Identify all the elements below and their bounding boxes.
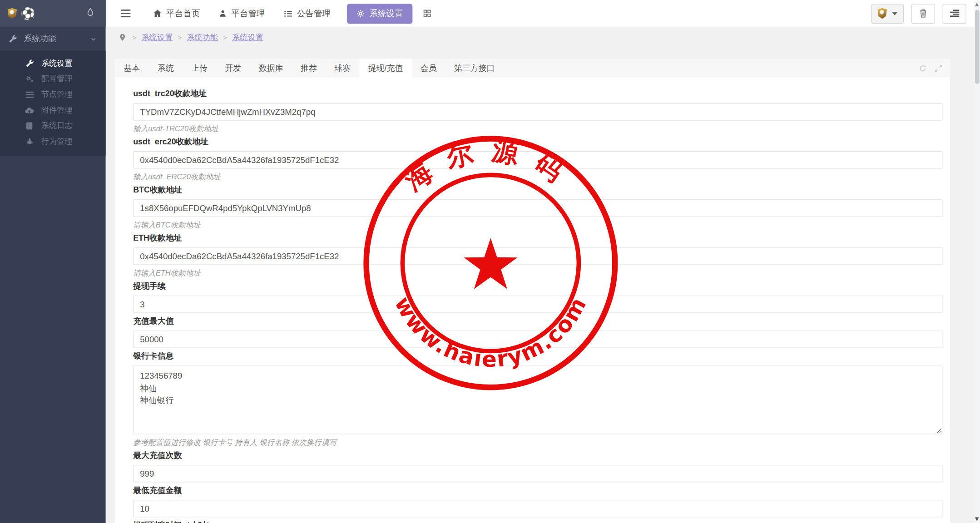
field-input-1[interactable] bbox=[133, 151, 942, 169]
user-icon bbox=[219, 10, 227, 18]
field-label: 提现手续 bbox=[133, 281, 942, 292]
club-crest-logo-icon bbox=[8, 8, 17, 19]
sidebar-item-5[interactable]: 行为管理 bbox=[0, 134, 106, 149]
user-avatar-dropdown[interactable] bbox=[871, 4, 904, 24]
avatar-crest-icon bbox=[877, 8, 887, 19]
sidebar-item-1[interactable]: 配置管理 bbox=[0, 71, 106, 87]
tab-4[interactable]: 数据库 bbox=[250, 59, 292, 77]
sidebar-logo[interactable]: ⚽ bbox=[0, 0, 106, 27]
form-group-6: 银行卡信息参考配置值进行修改 银行卡号 持有人 银行名称 依次换行填写 bbox=[133, 350, 942, 447]
tab-6[interactable]: 球赛 bbox=[326, 59, 359, 77]
sidebar-item-3[interactable]: 附件管理 bbox=[0, 103, 106, 118]
bars-icon bbox=[25, 90, 34, 99]
sidebar-submenu: 系统设置配置管理节点管理附件管理系统日志行为管理 bbox=[0, 50, 106, 155]
tab-1[interactable]: 系统 bbox=[149, 59, 183, 77]
nav-item-label: 系统设置 bbox=[369, 8, 403, 19]
water-drop-icon bbox=[86, 8, 94, 18]
tab-8[interactable]: 会员 bbox=[411, 59, 445, 77]
settings-panel: 基本系统上传开发数据库推荐球赛提现/充值会员第三方接口 usdt_trc20收款… bbox=[115, 59, 950, 523]
vertical-scrollbar[interactable] bbox=[975, 0, 980, 523]
nav-item-label: 公告管理 bbox=[297, 8, 331, 19]
hamburger-menu-icon[interactable] bbox=[117, 5, 134, 21]
tab-0[interactable]: 基本 bbox=[115, 59, 148, 77]
settings-panel-button[interactable] bbox=[942, 4, 966, 24]
field-input-3[interactable] bbox=[133, 247, 942, 265]
form-group-1: usdt_erc20收款地址输入usdt_ERC20收款地址 bbox=[133, 136, 942, 182]
field-input-5[interactable] bbox=[133, 331, 942, 348]
form-group-3: ETH收款地址请输入ETH收款地址 bbox=[133, 232, 942, 278]
wrench-icon bbox=[25, 59, 34, 68]
breadcrumb-link[interactable]: 系统设置 bbox=[142, 32, 173, 43]
field-input-6[interactable] bbox=[133, 365, 942, 434]
trash-button[interactable] bbox=[911, 4, 935, 24]
field-input-2[interactable] bbox=[133, 199, 942, 217]
form-group-8: 最低充值金额 bbox=[133, 485, 942, 518]
sidebar-item-4[interactable]: 系统日志 bbox=[0, 118, 106, 133]
sidebar-item-label: 系统日志 bbox=[41, 121, 73, 131]
home-icon bbox=[153, 10, 162, 18]
refresh-icon[interactable] bbox=[919, 64, 927, 72]
sidebar-item-label: 行为管理 bbox=[41, 136, 73, 147]
sidebar-item-label: 附件管理 bbox=[41, 105, 73, 115]
field-help-text: 输入usdt_ERC20收款地址 bbox=[133, 173, 942, 182]
field-input-7[interactable] bbox=[133, 465, 942, 483]
tab-5[interactable]: 推荐 bbox=[292, 59, 326, 77]
field-label: 银行卡信息 bbox=[133, 350, 942, 362]
field-label: 最大充值次数 bbox=[133, 450, 942, 461]
menu-lines-icon bbox=[950, 10, 959, 18]
breadcrumb-link[interactable]: 系统设置 bbox=[232, 32, 263, 43]
nav-item-3[interactable]: 系统设置 bbox=[347, 4, 413, 24]
field-help-text: 参考配置值进行修改 银行卡号 持有人 银行名称 依次换行填写 bbox=[133, 438, 942, 448]
breadcrumb-separator: > bbox=[223, 34, 227, 41]
sidebar-item-0[interactable]: 系统设置 bbox=[0, 55, 106, 71]
sidebar: ⚽ 系统功能 系统设置配置管理节点管理附件管理系统日志行为管理 bbox=[0, 0, 106, 523]
gear-icon bbox=[356, 9, 365, 18]
sidebar-item-system-functions[interactable]: 系统功能 bbox=[0, 27, 106, 50]
scroll-up-arrow-icon[interactable] bbox=[975, 3, 979, 6]
sidebar-item-2[interactable]: 节点管理 bbox=[0, 87, 106, 102]
scrollbar-thumb[interactable] bbox=[975, 10, 980, 84]
field-label: usdt_trc20收款地址 bbox=[133, 88, 942, 99]
grid-apps-icon[interactable] bbox=[422, 9, 432, 18]
scroll-down-arrow-icon[interactable] bbox=[975, 518, 979, 521]
bug-icon bbox=[25, 137, 34, 146]
tab-9[interactable]: 第三方接口 bbox=[445, 59, 504, 77]
field-label: 提现到账时间（小时） bbox=[133, 520, 942, 523]
nav-item-2[interactable]: 公告管理 bbox=[284, 0, 331, 27]
field-label: 最低充值金额 bbox=[133, 485, 942, 496]
form-group-9: 提现到账时间（小时） bbox=[133, 520, 942, 523]
tab-7[interactable]: 提现/充值 bbox=[359, 59, 411, 77]
field-label: 充值最大值 bbox=[133, 316, 942, 327]
form-group-2: BTC收款地址请输入BTC收款地址 bbox=[133, 184, 942, 230]
field-label: BTC收款地址 bbox=[133, 184, 942, 196]
tab-2[interactable]: 上传 bbox=[183, 59, 216, 77]
wrench-icon bbox=[9, 35, 17, 43]
breadcrumb-link[interactable]: 系统功能 bbox=[187, 32, 218, 43]
field-input-4[interactable] bbox=[133, 296, 942, 313]
cogs-icon bbox=[25, 74, 34, 83]
chevron-down-icon bbox=[90, 35, 97, 42]
trash-icon bbox=[919, 9, 927, 18]
nav-item-0[interactable]: 平台首页 bbox=[153, 0, 200, 27]
admin-page: ⚽ 系统功能 系统设置配置管理节点管理附件管理系统日志行为管理 平台首页平台管理… bbox=[0, 0, 980, 523]
field-input-0[interactable] bbox=[133, 103, 942, 121]
navbar-right-tools bbox=[871, 4, 966, 24]
field-label: ETH收款地址 bbox=[133, 232, 942, 244]
cloud-icon bbox=[25, 106, 34, 114]
map-pin-icon bbox=[119, 33, 126, 42]
nav-item-1[interactable]: 平台管理 bbox=[219, 0, 265, 27]
tab-bar: 基本系统上传开发数据库推荐球赛提现/充值会员第三方接口 bbox=[115, 59, 950, 77]
tab-3[interactable]: 开发 bbox=[216, 59, 250, 77]
form-group-0: usdt_trc20收款地址输入usdt-TRC20收款地址 bbox=[133, 88, 942, 133]
field-input-8[interactable] bbox=[133, 500, 942, 518]
book-icon bbox=[25, 122, 34, 130]
form-group-4: 提现手续 bbox=[133, 281, 942, 313]
sidebar-parent-label: 系统功能 bbox=[24, 33, 56, 44]
breadcrumb: >系统设置>系统功能>系统设置 bbox=[106, 27, 975, 48]
form-body: usdt_trc20收款地址输入usdt-TRC20收款地址usdt_erc20… bbox=[115, 78, 950, 523]
soccer-ball-logo-icon: ⚽ bbox=[20, 8, 35, 20]
fullscreen-icon[interactable] bbox=[935, 64, 943, 72]
field-label: usdt_erc20收款地址 bbox=[133, 136, 942, 148]
field-help-text: 请输入BTC收款地址 bbox=[133, 221, 942, 230]
announce-icon bbox=[284, 10, 292, 17]
